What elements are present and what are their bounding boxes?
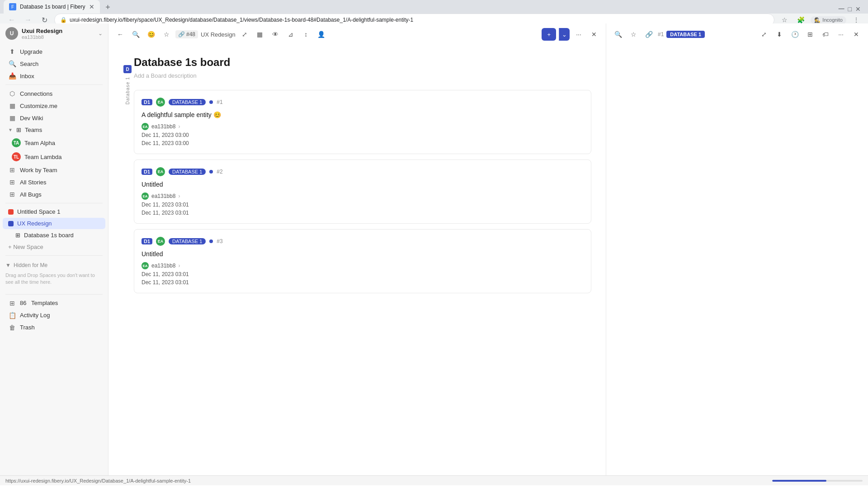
card-2-assignee-row: EA ea131bb8 › xyxy=(142,192,584,200)
sidebar-item-allbugs[interactable]: ⊞ All Bugs xyxy=(3,188,105,200)
right-close-button[interactable]: ✕ xyxy=(850,28,863,41)
sidebar-item-untitled-space[interactable]: Untitled Space 1 xyxy=(3,206,105,217)
sidebar-item-team-lambda[interactable]: TL Team Lambda xyxy=(3,150,105,164)
star-toolbar-button[interactable]: ☆ xyxy=(160,28,173,41)
card-2-badge: D1 xyxy=(142,169,152,175)
view-toolbar-button[interactable]: 👁 xyxy=(269,28,282,41)
card-1[interactable]: D1 EA DATABASE 1 #1 A delightful sample … xyxy=(134,90,591,154)
right-search-button[interactable]: 🔍 xyxy=(612,28,624,41)
allstories-label: All Stories xyxy=(20,179,100,186)
add-button-chevron[interactable]: ⌄ xyxy=(559,28,570,41)
card-2-assignee[interactable]: EA ea131bb8 › xyxy=(142,192,180,200)
more-toolbar-button[interactable]: ··· xyxy=(572,28,585,41)
sidebar-item-templates[interactable]: ⊞ 86 Templates xyxy=(3,297,105,309)
emoji-toolbar-button[interactable]: 😊 xyxy=(145,28,157,41)
sidebar-item-devwiki[interactable]: ▦ Dev Wiki xyxy=(3,112,105,124)
allbugs-label: All Bugs xyxy=(20,191,100,198)
sidebar-item-workbyteam[interactable]: ⊞ Work by Team xyxy=(3,164,105,176)
breadcrumb[interactable]: UX Redesign xyxy=(201,31,236,38)
right-tag-button[interactable]: 🏷 xyxy=(819,28,832,41)
search-toolbar-button[interactable]: 🔍 xyxy=(129,28,142,41)
sidebar-item-upgrade[interactable]: ⬆ Upgrade xyxy=(3,46,105,57)
workbyteam-label: Work by Team xyxy=(20,167,100,174)
card-3-date1: Dec 11, 2023 03:01 xyxy=(142,271,584,277)
inbox-label: Inbox xyxy=(20,73,100,80)
app-container: U Uxui Redesign ea131bb8 ⌄ ⬆ Upgrade 🔍 S… xyxy=(0,23,868,475)
close-window-button[interactable]: ✕ xyxy=(855,5,861,13)
sidebar-item-team-alpha[interactable]: TA Team Alpha xyxy=(3,136,105,150)
workbyteam-icon: ⊞ xyxy=(8,166,16,174)
allstories-icon: ⊞ xyxy=(8,178,16,186)
right-link-button[interactable]: 🔗 xyxy=(642,28,655,41)
vertical-label-area: D Database 1 xyxy=(123,65,132,104)
close-toolbar-button[interactable]: ✕ xyxy=(588,28,600,41)
team-alpha-label: Team Alpha xyxy=(24,140,55,146)
right-expand-button[interactable]: ⤢ xyxy=(758,28,770,41)
sidebar: U Uxui Redesign ea131bb8 ⌄ ⬆ Upgrade 🔍 S… xyxy=(0,23,108,475)
card-3-assignee-row: EA ea131bb8 › xyxy=(142,262,584,269)
search-icon: 🔍 xyxy=(8,60,16,67)
people-toolbar-button[interactable]: 👤 xyxy=(315,28,328,41)
teams-chevron-icon: ▼ xyxy=(8,127,13,132)
url-text: uxui-redesign.fibery.io/fibery/space/UX_… xyxy=(70,17,413,23)
card-1-db-badge: DATABASE 1 xyxy=(169,99,206,105)
right-clock-button[interactable]: 🕐 xyxy=(788,28,801,41)
new-tab-button[interactable]: + xyxy=(102,1,114,14)
right-more-button[interactable]: ··· xyxy=(835,28,847,41)
activitylog-label: Activity Log xyxy=(20,312,100,319)
teams-label: Teams xyxy=(25,127,42,133)
back-nav-button[interactable]: ← xyxy=(114,28,127,41)
sidebar-item-search[interactable]: 🔍 Search xyxy=(3,58,105,70)
card-1-dot xyxy=(209,100,213,104)
right-star-button[interactable]: ☆ xyxy=(627,28,640,41)
lock-icon: 🔒 xyxy=(60,17,67,23)
inbox-icon: 📥 xyxy=(8,72,16,80)
board-description[interactable]: Add a Board description xyxy=(134,72,591,79)
dual-toolbar: ← 🔍 😊 ☆ 🔗 #48 UX Redesign ⤢ ▦ 👁 ⊿ ↕ 👤 + xyxy=(108,23,868,45)
card-2-db-badge: DATABASE 1 xyxy=(169,169,206,175)
untitled-space-dot xyxy=(8,209,14,215)
card-2-header: D1 EA DATABASE 1 #2 xyxy=(142,167,584,176)
card-3-avatar: EA xyxy=(156,237,165,246)
card-3-db-badge: DATABASE 1 xyxy=(169,238,206,244)
close-tab-button[interactable]: ✕ xyxy=(89,3,94,10)
card-2-dot xyxy=(209,170,213,174)
sidebar-item-customize[interactable]: ▦ Customize.me xyxy=(3,100,105,112)
sidebar-item-newspace[interactable]: + New Space xyxy=(3,241,105,253)
hidden-label[interactable]: ▼ Hidden for Me xyxy=(5,262,103,268)
sidebar-item-database-board[interactable]: ⊞ Database 1s board xyxy=(3,230,105,241)
templates-icon: ⊞ xyxy=(8,300,16,307)
maximize-button[interactable]: □ xyxy=(848,5,852,13)
card-3-assignee[interactable]: EA ea131bb8 › xyxy=(142,262,180,269)
sidebar-item-trash[interactable]: 🗑 Trash xyxy=(3,322,105,333)
minimize-button[interactable]: ─ xyxy=(839,4,844,14)
untitled-space-label: Untitled Space 1 xyxy=(17,208,60,215)
workspace-header[interactable]: U Uxui Redesign ea131bb8 ⌄ xyxy=(0,23,108,43)
right-download-button[interactable]: ⬇ xyxy=(773,28,786,41)
sidebar-item-ux-redesign[interactable]: UX Redesign xyxy=(3,218,105,229)
card-1-header: D1 EA DATABASE 1 #1 xyxy=(142,98,584,107)
sidebar-item-allstories[interactable]: ⊞ All Stories xyxy=(3,176,105,188)
sidebar-item-activitylog[interactable]: 📋 Activity Log xyxy=(3,310,105,321)
sidebar-item-connections[interactable]: ⬡ Connections xyxy=(3,88,105,99)
sort-toolbar-button[interactable]: ↕ xyxy=(300,28,312,41)
card-2[interactable]: D1 EA DATABASE 1 #2 Untitled EA xyxy=(134,160,591,224)
card-3[interactable]: D1 EA DATABASE 1 #3 Untitled EA xyxy=(134,229,591,293)
card-1-assignee[interactable]: EA ea131bb8 › xyxy=(142,123,180,130)
add-button[interactable]: + xyxy=(542,28,556,41)
card-1-badge: D1 xyxy=(142,99,152,105)
database-board-icon: ⊞ xyxy=(15,232,20,239)
workspace-subtitle: ea131bb8 xyxy=(22,34,94,40)
filter-toolbar-button[interactable]: ⊿ xyxy=(284,28,297,41)
link-badge[interactable]: 🔗 #48 xyxy=(175,30,198,38)
right-layout-button[interactable]: ⊞ xyxy=(804,28,816,41)
ux-redesign-dot xyxy=(8,221,14,226)
grid-toolbar-button[interactable]: ▦ xyxy=(254,28,266,41)
expand-toolbar-button[interactable]: ⤢ xyxy=(238,28,251,41)
right-panel-content xyxy=(606,45,868,475)
card-3-arrow-icon: › xyxy=(178,263,180,269)
sidebar-item-inbox[interactable]: 📥 Inbox xyxy=(3,70,105,82)
browser-chrome: F Database 1s board | Fibery ✕ + ─ □ ✕ ←… xyxy=(0,0,868,23)
active-tab[interactable]: F Database 1s board | Fibery ✕ xyxy=(4,0,100,14)
sidebar-item-teams[interactable]: ▼ ⊞ Teams xyxy=(3,124,105,136)
